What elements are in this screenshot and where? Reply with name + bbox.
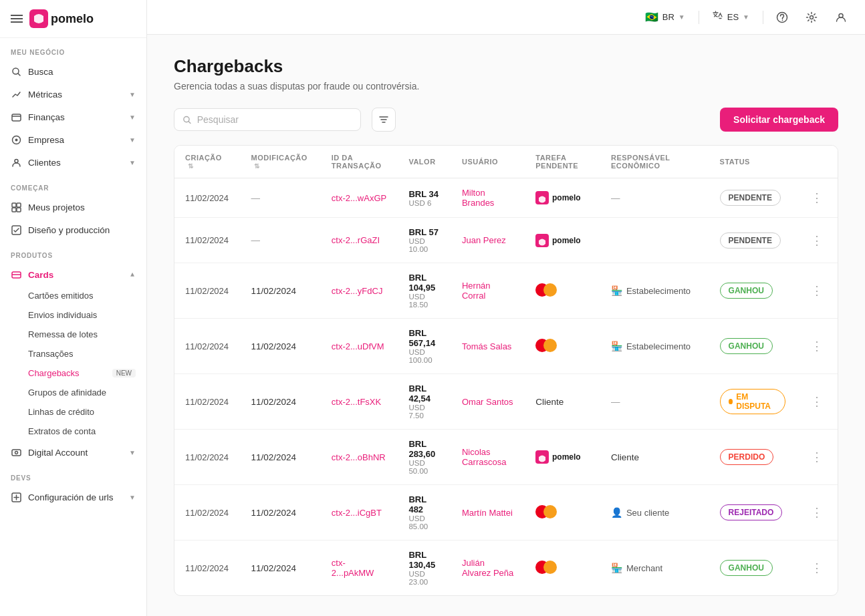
- modificacao-cell: 11/02/2024: [241, 319, 321, 374]
- tarefa-cell: pomelo: [525, 430, 600, 485]
- actions-cell: ⋮: [796, 485, 838, 541]
- user-link[interactable]: Omar Santos: [462, 397, 513, 407]
- topbar-divider-2: [763, 11, 763, 24]
- country-selector[interactable]: 🇧🇷 BR ▼: [640, 8, 691, 26]
- modificacao-cell: —: [241, 218, 321, 263]
- sidebar-item-cards[interactable]: Cards ▼: [0, 263, 146, 286]
- sidebar-item-config-urls[interactable]: Configuración de urls ▼: [0, 486, 146, 508]
- transaction-link[interactable]: ctx-2...pAkMW: [332, 558, 374, 578]
- sidebar-item-envios[interactable]: Envios individuais: [0, 305, 146, 325]
- clients-icon: [11, 157, 21, 168]
- sidebar-item-empresa[interactable]: Empresa ▼: [0, 128, 146, 151]
- sidebar-item-diseno[interactable]: Diseño y producción: [0, 218, 146, 241]
- user-link[interactable]: Nicolas Carrascosa: [462, 447, 506, 467]
- status-badge: GANHOU: [720, 283, 773, 299]
- criacao-cell: 11/02/2024: [174, 430, 241, 485]
- row-menu-button[interactable]: ⋮: [807, 232, 827, 249]
- section-produtos: PRODUTOS: [0, 241, 146, 263]
- transaction-link[interactable]: ctx-2...oBhNR: [332, 452, 386, 462]
- svg-rect-8: [12, 208, 16, 212]
- user-link[interactable]: Juan Perez: [462, 235, 506, 245]
- empresa-label: Empresa: [28, 135, 64, 145]
- valor-cell: BRL 283,60 USD 50.00: [398, 430, 451, 485]
- row-menu-button[interactable]: ⋮: [807, 448, 827, 466]
- tarefa-cell: [525, 319, 600, 374]
- country-chevron-icon: ▼: [678, 13, 685, 21]
- tarefa-cell: [525, 541, 600, 596]
- actions-cell: ⋮: [796, 319, 838, 374]
- responsavel-cell: 🏪Estabelecimento: [600, 263, 709, 319]
- svg-rect-2: [12, 114, 21, 121]
- row-menu-button[interactable]: ⋮: [807, 189, 827, 206]
- user-link[interactable]: Tomás Salas: [462, 341, 511, 351]
- language-chevron-icon: ▼: [743, 13, 749, 21]
- sidebar-item-metricas[interactable]: Métricas ▼: [0, 83, 146, 106]
- responsavel-cell: —: [600, 374, 709, 430]
- status-cell: GANHOU: [709, 541, 796, 596]
- transaction-link[interactable]: ctx-2...rGaZI: [332, 235, 380, 245]
- sidebar-item-meus-projetos[interactable]: Meus projetos: [0, 196, 146, 218]
- busca-label: Busca: [28, 67, 53, 77]
- tx-id-cell: ctx-2...rGaZI: [321, 218, 398, 263]
- header-criacao[interactable]: CRIAÇÃO ⇅: [174, 146, 241, 178]
- settings-button[interactable]: [801, 7, 822, 28]
- sidebar-item-busca[interactable]: Busca: [0, 60, 146, 83]
- mastercard-icon: [535, 504, 560, 519]
- user-link[interactable]: Martín Mattei: [462, 508, 513, 518]
- tx-id-cell: ctx-2...pAkMW: [321, 541, 398, 596]
- user-link[interactable]: Julián Alvarez Peña: [462, 558, 513, 578]
- transaction-link[interactable]: ctx-2...iCgBT: [332, 508, 382, 518]
- transaction-link[interactable]: ctx-2...wAxGP: [332, 193, 386, 203]
- valor-cell: BRL 42,54 USD 7.50: [398, 374, 451, 430]
- row-menu-button[interactable]: ⋮: [807, 393, 827, 410]
- criacao-cell: 11/02/2024: [174, 218, 241, 263]
- row-menu-button[interactable]: ⋮: [807, 559, 827, 577]
- search-input[interactable]: [197, 114, 352, 125]
- status-cell: PENDENTE: [709, 178, 796, 218]
- mastercard-icon: [535, 283, 560, 297]
- user-link[interactable]: Milton Brandes: [462, 188, 494, 208]
- sidebar-item-cartoes[interactable]: Cartões emitidos: [0, 286, 146, 305]
- filter-button[interactable]: [372, 108, 396, 132]
- transaction-link[interactable]: ctx-2...uDfVM: [332, 341, 384, 351]
- transaction-link[interactable]: ctx-2...tFsXK: [332, 397, 381, 407]
- transaction-link[interactable]: ctx-2...yFdCJ: [332, 286, 383, 296]
- row-menu-button[interactable]: ⋮: [807, 504, 827, 521]
- user-link[interactable]: Hernán Corral: [462, 281, 491, 301]
- header-modificacao[interactable]: MODIFICAÇÃO ⇅: [241, 146, 321, 178]
- table-row: 11/02/2024 11/02/2024 ctx-2...uDfVM BRL …: [174, 319, 838, 374]
- sidebar-item-grupos[interactable]: Grupos de afinidade: [0, 383, 146, 402]
- status-cell: EM DISPUTA: [709, 374, 796, 430]
- chevron-down-icon: ▼: [129, 91, 136, 98]
- status-badge: PENDENTE: [720, 190, 781, 206]
- chargebacks-table: CRIAÇÃO ⇅ MODIFICAÇÃO ⇅ ID DA TRANSAÇÃO …: [174, 145, 838, 596]
- tx-id-cell: ctx-2...oBhNR: [321, 430, 398, 485]
- sidebar-item-extratos[interactable]: Extratos de conta: [0, 422, 146, 441]
- actions-cell: ⋮: [796, 263, 838, 319]
- sidebar-item-remessa[interactable]: Remessa de lotes: [0, 325, 146, 344]
- section-devs: DEVS: [0, 464, 146, 486]
- menu-toggle-button[interactable]: [11, 15, 23, 23]
- row-menu-button[interactable]: ⋮: [807, 282, 827, 299]
- sidebar-item-digital-account[interactable]: Digital Account ▼: [0, 441, 146, 464]
- usuario-cell: Milton Brandes: [451, 178, 525, 218]
- solicitar-chargeback-button[interactable]: Solicitar chargeback: [720, 108, 838, 132]
- cards-icon: [11, 269, 21, 280]
- sidebar-item-chargebacks[interactable]: Chargebacks NEW: [0, 363, 146, 383]
- chevron-down-icon: ▼: [129, 114, 136, 121]
- user-profile-button[interactable]: [830, 7, 852, 28]
- sidebar-item-transacoes[interactable]: Transações: [0, 344, 146, 363]
- modificacao-cell: 11/02/2024: [241, 263, 321, 319]
- responsavel-cell: 🏪Estabelecimento: [600, 319, 709, 374]
- sidebar-item-linhas[interactable]: Linhas de crédito: [0, 402, 146, 422]
- sidebar-item-clientes[interactable]: Clientes ▼: [0, 151, 146, 174]
- modificacao-cell: 11/02/2024: [241, 430, 321, 485]
- tarefa-cell: [525, 485, 600, 541]
- language-selector[interactable]: ES ▼: [707, 8, 755, 26]
- sidebar-item-financas[interactable]: Finanças ▼: [0, 106, 146, 128]
- help-button[interactable]: [771, 7, 793, 28]
- topbar: 🇧🇷 BR ▼ ES ▼: [147, 0, 865, 35]
- header-responsavel: RESPONSÁVEL ECONÔMICO: [600, 146, 709, 178]
- tx-id-cell: ctx-2...yFdCJ: [321, 263, 398, 319]
- row-menu-button[interactable]: ⋮: [807, 337, 827, 355]
